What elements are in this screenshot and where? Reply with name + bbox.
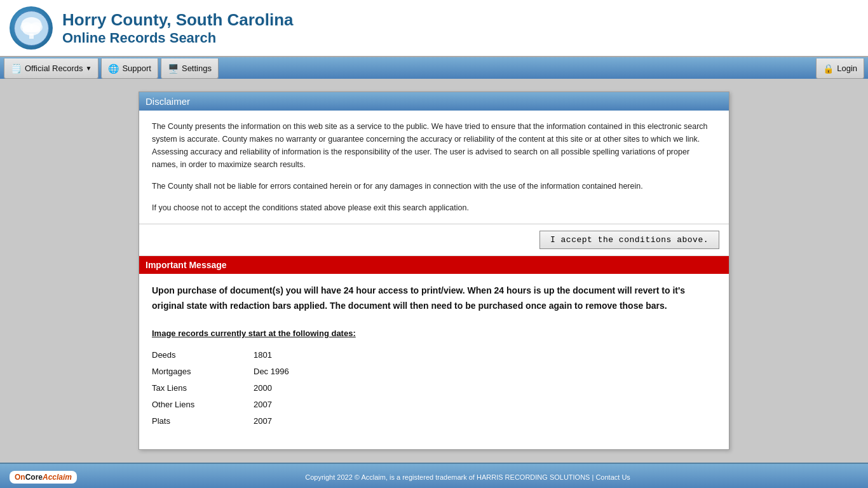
- important-message-header: Important Message: [139, 256, 729, 274]
- logo-acclaim: Acclaim: [43, 473, 72, 482]
- table-row: Deeds1801: [152, 347, 289, 363]
- disclaimer-paragraph-2: The County shall not be liable for error…: [152, 180, 716, 193]
- nav-settings-label: Settings: [182, 64, 212, 73]
- dropdown-arrow-icon: ▼: [86, 65, 92, 72]
- footer-copyright: Copyright 2022 © Acclaim, is a registere…: [77, 473, 858, 481]
- record-date: 2000: [254, 380, 289, 396]
- login-label: Login: [837, 64, 857, 73]
- official-records-icon: 🗒️: [11, 64, 22, 74]
- record-type: Plats: [152, 413, 254, 430]
- accept-button[interactable]: I accept the conditions above.: [539, 231, 719, 249]
- main-content: Disclaimer The County presents the infor…: [0, 79, 868, 463]
- records-table: Deeds1801MortgagesDec 1996Tax Liens2000O…: [152, 347, 289, 430]
- record-type: Tax Liens: [152, 380, 254, 396]
- header-titles: Horry County, South Carolina Online Reco…: [62, 10, 294, 46]
- nav-settings[interactable]: 🖥️ Settings: [161, 58, 219, 79]
- logo-on: On: [15, 473, 25, 482]
- contact-us-link[interactable]: Contact Us: [595, 473, 630, 481]
- nav-official-records[interactable]: 🗒️ Official Records ▼: [4, 58, 98, 79]
- footer-logo: OnCoreAcclaim: [10, 471, 77, 484]
- disclaimer-paragraph-1: The County presents the information on t…: [152, 120, 716, 171]
- header: Horry County, South Carolina Online Reco…: [0, 0, 868, 57]
- table-row: Tax Liens2000: [152, 380, 289, 396]
- accept-row: I accept the conditions above.: [139, 224, 729, 256]
- important-notice: Upon purchase of document(s) you will ha…: [152, 283, 716, 314]
- record-type: Other Liens: [152, 396, 254, 413]
- record-date: 1801: [254, 347, 289, 363]
- record-type: Deeds: [152, 347, 254, 363]
- login-button[interactable]: 🔒 Login: [816, 58, 864, 79]
- header-title2: Online Records Search: [62, 30, 294, 46]
- important-message-body: Upon purchase of document(s) you will ha…: [139, 274, 729, 439]
- record-date: Dec 1996: [254, 363, 289, 380]
- navbar: 🗒️ Official Records ▼ 🌐 Support 🖥️ Setti…: [0, 57, 868, 79]
- header-title1: Horry County, South Carolina: [62, 10, 294, 30]
- svg-rect-5: [29, 34, 34, 39]
- content-box: Disclaimer The County presents the infor…: [139, 92, 729, 450]
- logo-core: Core: [25, 473, 43, 482]
- footer: OnCoreAcclaim Copyright 2022 © Acclaim, …: [0, 463, 868, 488]
- support-icon: 🌐: [108, 64, 119, 74]
- image-records-title: Image records currently start at the fol…: [152, 327, 716, 341]
- nav-official-records-label: Official Records: [25, 64, 83, 73]
- record-date: 2007: [254, 413, 289, 430]
- disclaimer-header: Disclaimer: [139, 92, 729, 111]
- logo: [10, 6, 53, 50]
- disclaimer-body: The County presents the information on t…: [139, 111, 729, 224]
- nav-support[interactable]: 🌐 Support: [101, 58, 158, 79]
- table-row: MortgagesDec 1996: [152, 363, 289, 380]
- record-type: Mortgages: [152, 363, 254, 380]
- table-row: Other Liens2007: [152, 396, 289, 413]
- table-row: Plats2007: [152, 413, 289, 430]
- login-icon: 🔒: [823, 64, 834, 74]
- nav-support-label: Support: [122, 64, 151, 73]
- record-date: 2007: [254, 396, 289, 413]
- disclaimer-paragraph-3: If you choose not to accept the conditio…: [152, 201, 716, 214]
- settings-icon: 🖥️: [168, 64, 179, 74]
